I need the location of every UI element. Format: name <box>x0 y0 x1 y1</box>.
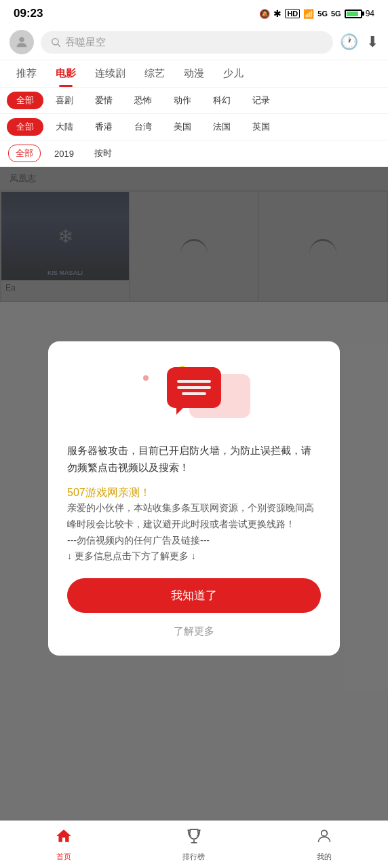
filter-all-genre[interactable]: 全部 <box>7 92 43 109</box>
nav-home[interactable]: 首页 <box>55 827 73 862</box>
battery-icon <box>345 10 362 18</box>
content-area: 凤凰志 ❄ KIS MASALI Ea <box>0 167 388 830</box>
sort-2019[interactable]: 2019 <box>47 147 81 161</box>
bluetooth-icon: ✱ <box>273 8 282 19</box>
search-input-box[interactable]: 吞噬星空 <box>41 31 333 54</box>
status-bar: 09:23 🔕 ✱ HD 📶 5G 5G 94 <box>0 0 388 24</box>
filter-documentary[interactable]: 记录 <box>243 92 279 109</box>
filter-uk[interactable]: 英国 <box>243 118 279 136</box>
chat-bubble-icon <box>167 367 221 408</box>
chat-line-1 <box>177 380 211 383</box>
filter-taiwan[interactable]: 台湾 <box>125 118 161 136</box>
nav-tab-anime[interactable]: 动漫 <box>174 60 214 87</box>
nav-tab-movie[interactable]: 电影 <box>46 60 85 87</box>
svg-line-2 <box>58 44 60 47</box>
svg-point-3 <box>321 830 327 836</box>
nav-tab-variety[interactable]: 综艺 <box>135 60 174 87</box>
status-icons: 🔕 ✱ HD 📶 5G 5G 94 <box>259 8 374 19</box>
dialog-body-text: 亲爱的小伙伴，本站收集多条互联网资源，个别资源晚间高峰时段会比较卡，建议避开此时… <box>67 500 321 565</box>
dialog-main-text: 服务器被攻击，目前已开启防火墙，为防止误拦截，请勿频繁点击视频以及搜索！ <box>67 442 321 476</box>
nav-ranking[interactable]: 排行榜 <box>182 827 205 862</box>
dot-pink <box>143 375 149 381</box>
nav-tab-series[interactable]: 连续剧 <box>85 60 135 87</box>
main-nav: 推荐 电影 连续剧 综艺 动漫 少儿 <box>0 60 388 88</box>
filter-france[interactable]: 法国 <box>203 118 240 136</box>
filter-hk[interactable]: 香港 <box>85 118 122 136</box>
filter-usa[interactable]: 美国 <box>164 118 201 136</box>
bottom-nav: 首页 排行榜 我的 <box>0 820 388 868</box>
nav-profile[interactable]: 我的 <box>315 827 333 862</box>
trophy-icon <box>185 827 203 849</box>
wifi-icon: 📶 <box>303 9 314 19</box>
avatar[interactable] <box>9 30 34 54</box>
filter-row-region: 全部 大陆 香港 台湾 美国 法国 英国 <box>0 114 388 140</box>
filter-comedy[interactable]: 喜剧 <box>46 92 83 109</box>
hd-icon: HD <box>285 9 300 18</box>
signal-icon: 5G <box>317 10 328 18</box>
chat-line-3 <box>182 392 206 395</box>
svg-point-1 <box>52 39 58 45</box>
person-icon <box>315 827 333 849</box>
svg-point-0 <box>19 37 24 42</box>
confirm-button[interactable]: 我知道了 <box>67 578 321 613</box>
search-actions: 🕐 ⬇ <box>340 33 379 51</box>
nav-tab-children[interactable]: 少儿 <box>214 60 253 87</box>
search-icon <box>50 37 61 48</box>
chat-line-2 <box>177 386 211 389</box>
home-icon <box>55 827 73 849</box>
filter-row-genre: 全部 喜剧 爱情 恐怖 动作 科幻 记录 <box>0 88 388 114</box>
battery-level: 94 <box>366 9 374 18</box>
filter-action[interactable]: 动作 <box>164 92 201 109</box>
alert-dialog: 服务器被攻击，目前已开启防火墙，为防止误拦截，请勿频繁点击视频以及搜索！ 507… <box>48 341 340 656</box>
sort-time[interactable]: 按时 <box>88 145 119 162</box>
filter-romance[interactable]: 爱情 <box>85 92 122 109</box>
download-icon[interactable]: ⬇ <box>366 33 379 51</box>
filter-all-region[interactable]: 全部 <box>7 118 43 136</box>
sort-all[interactable]: 全部 <box>8 145 41 162</box>
filter-mainland[interactable]: 大陆 <box>46 118 83 136</box>
nav-ranking-label: 排行榜 <box>182 852 205 862</box>
filter-scifi[interactable]: 科幻 <box>203 92 240 109</box>
nav-profile-label: 我的 <box>317 852 332 862</box>
mute-icon: 🔕 <box>259 9 270 19</box>
filter-horror[interactable]: 恐怖 <box>125 92 161 109</box>
status-time: 09:23 <box>14 7 43 20</box>
more-info-button[interactable]: 了解更多 <box>67 622 321 641</box>
nav-tab-recommend[interactable]: 推荐 <box>7 60 46 87</box>
signal2-icon: 5G <box>331 10 341 18</box>
dialog-overlay: 服务器被攻击，目前已开启防火墙，为防止误拦截，请勿频繁点击视频以及搜索！ 507… <box>0 167 388 830</box>
search-bar: 吞噬星空 🕐 ⬇ <box>0 24 388 60</box>
dialog-icon-area <box>67 360 321 428</box>
search-placeholder: 吞噬星空 <box>65 36 106 49</box>
dialog-yellow-text: 507游戏网亲测！ <box>67 486 321 500</box>
history-icon[interactable]: 🕐 <box>340 33 358 51</box>
nav-home-label: 首页 <box>56 852 71 862</box>
sort-row: 全部 2019 按时 <box>0 140 388 167</box>
